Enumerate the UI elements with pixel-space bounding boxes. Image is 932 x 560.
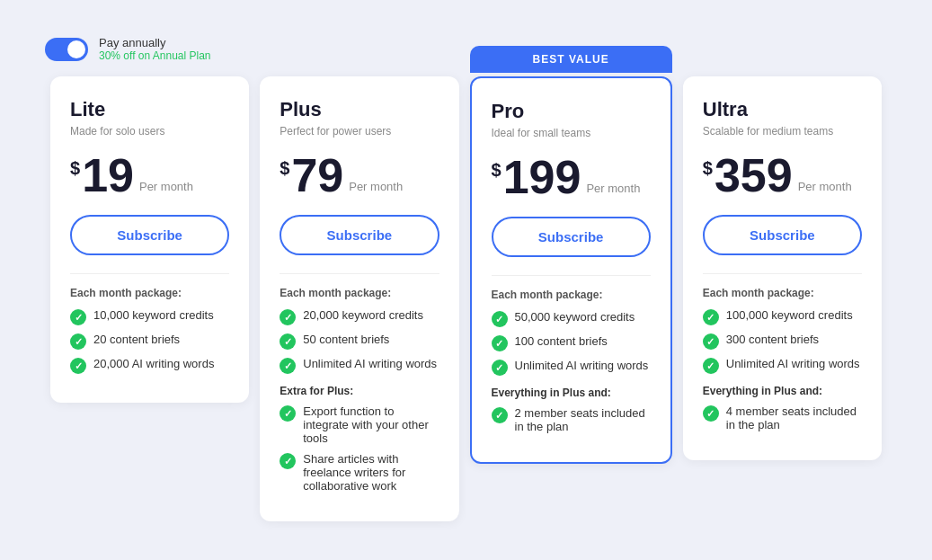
feature-item-plus-0: 20,000 keyword credits xyxy=(280,308,439,325)
divider-ultra xyxy=(703,273,862,274)
price-period-ultra: Per month xyxy=(798,180,852,193)
extra-label-ultra: Everything in Plus and: xyxy=(703,385,862,397)
plan-name-pro: Pro xyxy=(492,100,651,123)
feature-text-lite-0: 10,000 keyword credits xyxy=(93,308,214,322)
package-label-lite: Each month package: xyxy=(70,287,229,299)
price-dollar-ultra: $ xyxy=(703,159,713,177)
toggle-row: Pay annually 30% off on Annual Plan xyxy=(45,36,211,62)
plan-price-pro: $ 199 Per month xyxy=(492,154,651,200)
divider-pro xyxy=(492,275,651,276)
extra-check-icon-ultra-0 xyxy=(703,405,719,422)
feature-text-ultra-1: 300 content briefs xyxy=(726,333,819,346)
feature-text-plus-0: 20,000 keyword credits xyxy=(303,308,423,322)
extra-check-icon-plus-0 xyxy=(280,405,296,422)
price-period-plus: Per month xyxy=(349,180,403,193)
price-amount-pro: 199 xyxy=(503,154,581,200)
feature-text-pro-1: 100 content briefs xyxy=(515,334,608,348)
plan-card-plus: PlusPerfect for power users $ 79 Per mon… xyxy=(260,76,458,521)
check-icon-plus-2 xyxy=(280,358,296,374)
plan-price-plus: $ 79 Per month xyxy=(280,152,439,199)
feature-item-lite-2: 20,000 AI writing words xyxy=(70,357,229,374)
feature-text-pro-2: Unlimited AI writing words xyxy=(515,359,649,372)
page-wrapper: Pay annually 30% off on Annual Plan Lite… xyxy=(18,18,914,560)
feature-item-pro-0: 50,000 keyword credits xyxy=(492,310,651,327)
feature-item-lite-1: 20 content briefs xyxy=(70,333,229,350)
extra-feature-plus-1: Share articles with freelance writers fo… xyxy=(280,452,439,493)
price-amount-plus: 79 xyxy=(291,152,343,199)
plan-price-lite: $ 19 Per month xyxy=(70,152,229,199)
toggle-label: Pay annually xyxy=(99,36,211,49)
check-icon-ultra-0 xyxy=(703,309,719,325)
feature-text-lite-1: 20 content briefs xyxy=(93,333,180,346)
extra-feature-text-plus-0: Export function to integrate with your o… xyxy=(303,404,439,445)
price-period-lite: Per month xyxy=(139,180,193,193)
divider-lite xyxy=(70,273,229,274)
check-icon-lite-2 xyxy=(70,358,86,374)
check-icon-ultra-2 xyxy=(703,358,719,374)
feature-text-pro-0: 50,000 keyword credits xyxy=(515,310,635,324)
check-icon-ultra-1 xyxy=(703,333,719,350)
extra-label-plus: Extra for Plus: xyxy=(280,385,439,397)
plan-price-ultra: $ 359 Per month xyxy=(703,152,862,199)
check-icon-lite-0 xyxy=(70,309,86,325)
check-icon-plus-1 xyxy=(280,333,296,350)
extra-feature-text-pro-0: 2 member seats included in the plan xyxy=(515,406,651,433)
plan-tagline-ultra: Scalable for medium teams xyxy=(703,125,862,138)
plan-name-ultra: Ultra xyxy=(703,98,862,121)
feature-item-ultra-0: 100,000 keyword credits xyxy=(703,308,862,325)
check-icon-pro-0 xyxy=(492,311,508,327)
best-value-badge: BEST VALUE xyxy=(470,46,672,73)
subscribe-btn-pro[interactable]: Subscribe xyxy=(492,217,651,257)
extra-label-pro: Everything in Plus and: xyxy=(492,387,651,399)
price-period-pro: Per month xyxy=(586,182,640,195)
price-dollar-plus: $ xyxy=(280,159,289,177)
plans-container: LiteMade for solo users $ 19 Per month S… xyxy=(45,76,887,521)
package-label-plus: Each month package: xyxy=(280,287,439,299)
price-amount-ultra: 359 xyxy=(715,152,793,199)
extra-feature-text-ultra-0: 4 member seats included in the plan xyxy=(726,404,862,431)
check-icon-pro-1 xyxy=(492,335,508,351)
plan-tagline-pro: Ideal for small teams xyxy=(492,127,651,139)
extra-check-icon-pro-0 xyxy=(492,407,508,423)
plan-name-plus: Plus xyxy=(280,98,439,121)
feature-item-pro-1: 100 content briefs xyxy=(492,334,651,351)
plan-card-ultra: UltraScalable for medium teams $ 359 Per… xyxy=(683,76,882,460)
subscribe-btn-plus[interactable]: Subscribe xyxy=(280,215,439,255)
check-icon-lite-1 xyxy=(70,333,86,350)
check-icon-plus-0 xyxy=(280,309,296,325)
plan-card-lite: LiteMade for solo users $ 19 Per month S… xyxy=(50,76,249,403)
subscribe-btn-ultra[interactable]: Subscribe xyxy=(703,215,862,255)
toggle-text: Pay annually 30% off on Annual Plan xyxy=(99,36,211,62)
subscribe-btn-lite[interactable]: Subscribe xyxy=(70,215,229,255)
extra-feature-plus-0: Export function to integrate with your o… xyxy=(280,404,439,445)
feature-item-ultra-1: 300 content briefs xyxy=(703,333,862,350)
annual-toggle[interactable] xyxy=(45,38,88,61)
plan-tagline-plus: Perfect for power users xyxy=(280,125,439,138)
extra-feature-ultra-0: 4 member seats included in the plan xyxy=(703,404,862,431)
feature-item-plus-1: 50 content briefs xyxy=(280,333,439,350)
plan-card-pro: BEST VALUEProIdeal for small teams $ 199… xyxy=(470,76,672,464)
extra-feature-pro-0: 2 member seats included in the plan xyxy=(492,406,651,433)
check-icon-pro-2 xyxy=(492,360,508,376)
package-label-pro: Each month package: xyxy=(492,289,651,301)
plan-tagline-lite: Made for solo users xyxy=(70,125,229,138)
feature-text-lite-2: 20,000 AI writing words xyxy=(93,357,214,370)
feature-text-ultra-2: Unlimited AI writing words xyxy=(726,357,860,370)
price-dollar-pro: $ xyxy=(492,161,502,179)
toggle-discount: 30% off on Annual Plan xyxy=(99,49,211,62)
extra-feature-text-plus-1: Share articles with freelance writers fo… xyxy=(303,452,439,493)
feature-item-lite-0: 10,000 keyword credits xyxy=(70,308,229,325)
feature-text-ultra-0: 100,000 keyword credits xyxy=(726,308,853,322)
toggle-knob xyxy=(67,40,85,58)
feature-item-ultra-2: Unlimited AI writing words xyxy=(703,357,862,374)
feature-item-pro-2: Unlimited AI writing words xyxy=(492,359,651,376)
price-amount-lite: 19 xyxy=(82,152,134,199)
feature-item-plus-2: Unlimited AI writing words xyxy=(280,357,439,374)
feature-text-plus-1: 50 content briefs xyxy=(303,333,389,346)
plan-name-lite: Lite xyxy=(70,98,229,121)
price-dollar-lite: $ xyxy=(70,159,80,177)
extra-check-icon-plus-1 xyxy=(280,453,296,469)
feature-text-plus-2: Unlimited AI writing words xyxy=(303,357,437,370)
divider-plus xyxy=(280,273,439,274)
package-label-ultra: Each month package: xyxy=(703,287,862,299)
